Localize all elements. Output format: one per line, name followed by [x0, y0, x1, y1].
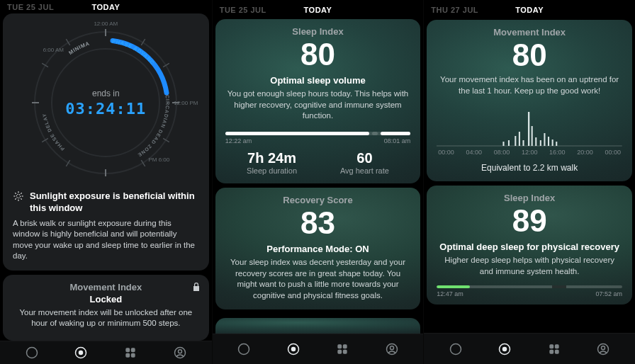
svg-rect-41	[338, 350, 342, 354]
svg-line-25	[15, 199, 16, 200]
spark-tick: 00:00	[438, 149, 454, 156]
avg-hr-value: 60	[340, 150, 389, 166]
header-today[interactable]: TODAY	[304, 6, 332, 14]
tab-dial[interactable]	[21, 341, 43, 364]
svg-rect-65	[555, 349, 559, 353]
svg-rect-40	[343, 344, 347, 348]
spark-tick: 20:00	[577, 149, 593, 156]
svg-rect-51	[528, 112, 529, 146]
movement-index-locked-card[interactable]: Movement Index Locked Your movement inde…	[3, 275, 209, 341]
svg-rect-58	[556, 142, 558, 146]
sleep-range-end: 07:52 am	[595, 290, 622, 297]
sleep-range-start: 12:22 am	[225, 137, 252, 144]
svg-point-38	[291, 348, 295, 351]
tab-bar	[0, 341, 212, 364]
circadian-card[interactable]: MINIMA PHASE ADVANCE CIRCADIAN DEAD ZONE…	[3, 13, 209, 271]
sleep-index-title: Sleep Index	[225, 26, 411, 37]
svg-rect-50	[523, 140, 524, 146]
svg-rect-57	[552, 140, 553, 146]
tab-home[interactable]	[282, 338, 305, 360]
svg-line-24	[21, 199, 21, 200]
svg-point-67	[602, 346, 605, 349]
svg-rect-39	[338, 344, 342, 348]
svg-point-18	[16, 195, 20, 198]
svg-point-29	[79, 351, 83, 355]
svg-rect-47	[508, 140, 510, 146]
svg-point-36	[239, 344, 249, 355]
svg-rect-49	[519, 132, 520, 146]
sleep-index-body: You got enough sleep hours today. This h…	[225, 89, 411, 122]
recovery-title: Recovery Score	[225, 195, 411, 205]
header-date: THU 27 JUL	[431, 6, 478, 14]
header-today[interactable]: TODAY	[515, 6, 544, 14]
movement-sparkline	[437, 105, 622, 147]
movement-locked-label: Locked	[13, 294, 199, 305]
movement-index-card[interactable]: Movement Index 80 Your movement index ha…	[427, 20, 632, 181]
movement-index-body: Your movement index has been on an uptre…	[437, 74, 622, 96]
tab-profile[interactable]	[169, 341, 191, 364]
dial-ends-label: ends in	[92, 89, 120, 98]
header: THU 27 JUL TODAY	[424, 0, 635, 20]
svg-rect-55	[544, 133, 546, 146]
sleep-progress-bar	[437, 285, 622, 288]
sleep-duration-value: 7h 24m	[247, 150, 297, 166]
header: TUE 25 JUL TODAY	[0, 0, 212, 13]
sleep-index-subtitle: Optimal sleep volume	[225, 75, 411, 86]
sleep-index-subtitle: Optimal deep sleep for physical recovery	[437, 241, 622, 252]
svg-rect-63	[555, 344, 559, 348]
sleep-range-bar	[225, 132, 411, 135]
walk-equivalent: Equivalent to 2.2 km walk	[437, 163, 622, 173]
tab-home[interactable]	[69, 341, 92, 364]
svg-rect-31	[131, 348, 135, 352]
tab-grid[interactable]	[331, 338, 354, 360]
spark-tick: 16:00	[549, 149, 566, 156]
svg-rect-64	[549, 349, 553, 353]
svg-point-59	[451, 343, 461, 354]
svg-rect-48	[515, 136, 517, 146]
spark-tick: 00:00	[605, 149, 621, 156]
svg-rect-54	[540, 140, 541, 146]
spark-tick: 08:00	[494, 149, 510, 156]
header-date: TUE 25 JUL	[7, 3, 54, 11]
sleep-index-body: Higher deep sleep helps with physical re…	[437, 255, 622, 277]
header-today[interactable]: TODAY	[91, 3, 120, 11]
tab-profile[interactable]	[592, 338, 614, 360]
svg-rect-53	[536, 137, 537, 146]
movement-index-title: Movement Index	[437, 27, 622, 38]
dial-timer: 03:24:11	[65, 100, 146, 118]
svg-rect-52	[532, 126, 533, 146]
recovery-subtitle: Performance Mode: ON	[225, 244, 411, 254]
spark-tick: 12:00	[522, 149, 538, 156]
recovery-score-card[interactable]: Recovery Score 83 Performance Mode: ON Y…	[215, 188, 421, 309]
svg-point-61	[503, 347, 507, 351]
tab-dial[interactable]	[232, 338, 255, 360]
tab-bar	[424, 333, 635, 364]
sleep-index-score: 89	[437, 205, 622, 237]
svg-point-35	[178, 350, 181, 353]
header-date: TUE 25 JUL	[220, 6, 266, 14]
sleep-index-card[interactable]: Sleep Index 80 Optimal sleep volume You …	[215, 19, 421, 183]
spark-tick: 04:00	[466, 149, 483, 156]
sleep-index-title: Sleep Index	[437, 193, 622, 203]
tab-grid[interactable]	[119, 341, 142, 364]
movement-index-score: 80	[437, 39, 622, 72]
svg-point-27	[26, 348, 37, 358]
svg-rect-62	[549, 344, 553, 348]
tab-profile[interactable]	[381, 338, 403, 360]
recovery-score: 83	[225, 207, 411, 239]
tip-heading: Sunlight exposure is beneficial within t…	[30, 190, 199, 214]
tab-dial[interactable]	[444, 338, 467, 360]
avg-hr-label: Avg heart rate	[340, 166, 389, 175]
header: TUE 25 JUL TODAY	[213, 0, 424, 19]
sleep-range-end: 08:01 am	[384, 137, 411, 144]
sleep-index-card[interactable]: Sleep Index 89 Optimal deep sleep for ph…	[427, 186, 632, 305]
movement-locked-body: Your movement index will be unlocked aft…	[13, 307, 199, 329]
svg-rect-56	[548, 137, 549, 146]
recovery-body: Your sleep index was decent yesterday an…	[225, 257, 411, 301]
sleep-index-score: 80	[225, 38, 411, 71]
tab-home[interactable]	[493, 338, 516, 360]
svg-rect-42	[343, 350, 347, 354]
svg-rect-30	[125, 348, 130, 352]
next-card-peek[interactable]	[215, 318, 421, 334]
tab-grid[interactable]	[543, 338, 566, 360]
